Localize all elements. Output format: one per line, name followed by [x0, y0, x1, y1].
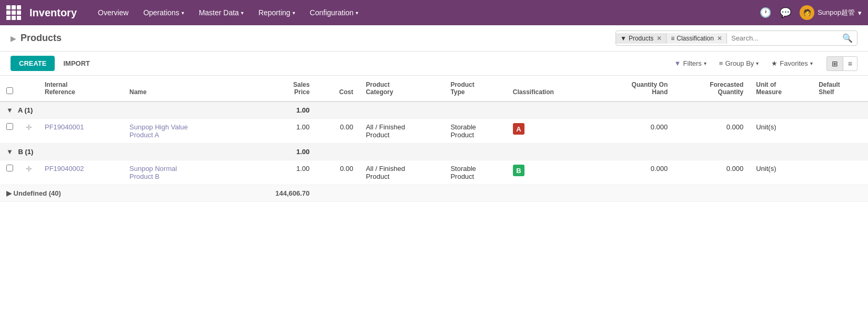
topnav-right-area: 🕐 💬 🧑 Sunpop超管 ▾: [760, 5, 862, 20]
group-sales-price-total: 1.00: [239, 144, 316, 160]
row-checkbox[interactable]: [6, 165, 13, 171]
th-forecasted-qty[interactable]: ForecastedQuantity: [674, 76, 750, 102]
filter-icon: ▼: [620, 35, 627, 42]
cell-cost: 0.00: [316, 160, 360, 185]
cell-forecasted-qty: 0.000: [674, 119, 750, 144]
table-row: ✛ PF19040001 Sunpop High ValueProduct A …: [0, 119, 868, 144]
chevron-down-icon: ▾: [858, 9, 862, 17]
user-menu[interactable]: 🧑 Sunpop超管 ▾: [800, 5, 862, 20]
row-checkbox[interactable]: [6, 123, 13, 130]
undefined-group-label: ▶ Undefined (40): [0, 185, 239, 202]
drag-handle-cell: ✛: [19, 160, 38, 185]
th-drag: [19, 76, 38, 102]
cell-product-category: All / FinishedProduct: [359, 119, 444, 144]
classification-badge: B: [513, 165, 524, 176]
avatar: 🧑: [800, 5, 814, 20]
create-button[interactable]: CREATE: [11, 56, 55, 71]
top-menu: Overview Operations ▾ Master Data ▾ Repo…: [92, 5, 751, 20]
menu-reporting[interactable]: Reporting ▾: [252, 5, 301, 20]
cell-name[interactable]: Sunpop NormalProduct B: [123, 160, 239, 185]
cell-default-shelf: [812, 160, 868, 185]
cell-default-shelf: [812, 119, 868, 144]
cell-qty-on-hand: 0.000: [594, 160, 674, 185]
cell-qty-on-hand: 0.000: [594, 119, 674, 144]
cell-name[interactable]: Sunpop High ValueProduct A: [123, 119, 239, 144]
search-bar: ▼ Products ✕ ≡ Classification ✕ 🔍: [615, 31, 857, 46]
th-classification[interactable]: Classification: [507, 76, 594, 102]
search-button[interactable]: 🔍: [838, 31, 857, 45]
app-grid-icon[interactable]: [6, 5, 21, 20]
cell-product-type: StorableProduct: [444, 160, 506, 185]
import-button[interactable]: IMPORT: [59, 56, 94, 71]
th-cost[interactable]: Cost: [316, 76, 360, 102]
page-title: Products: [21, 33, 62, 44]
th-default-shelf[interactable]: DefaultShelf: [812, 76, 868, 102]
classification-badge: A: [513, 123, 524, 135]
filter-tag-products: ▼ Products ✕: [616, 33, 667, 44]
table-group-row[interactable]: ▼ A (1) 1.00: [0, 102, 868, 119]
filter-products-label: Products: [629, 35, 653, 42]
filters-button[interactable]: ▼ Filters ▾: [669, 57, 712, 70]
table-row: ✛ PF19040002 Sunpop NormalProduct B 1.00…: [0, 160, 868, 185]
cell-internal-ref[interactable]: PF19040002: [38, 160, 123, 185]
menu-master-data[interactable]: Master Data ▾: [193, 5, 250, 20]
favorites-button[interactable]: ★ Favorites ▾: [766, 57, 817, 70]
cell-product-category: All / FinishedProduct: [359, 160, 444, 185]
username: Sunpop超管: [817, 8, 855, 17]
cell-forecasted-qty: 0.000: [674, 160, 750, 185]
app-brand: Inventory: [29, 7, 77, 19]
th-qty-on-hand[interactable]: Quantity OnHand: [594, 76, 674, 102]
group-toggle-icon[interactable]: ▼: [6, 148, 13, 156]
group-sales-price-total: 1.00: [239, 102, 316, 119]
cell-classification: A: [507, 119, 594, 144]
table-group-row[interactable]: ▼ B (1) 1.00: [0, 144, 868, 160]
chevron-down-icon: ▾: [704, 60, 706, 66]
chat-icon[interactable]: 💬: [780, 7, 791, 18]
cell-sales-price: 1.00: [239, 119, 316, 144]
table-body: ▼ A (1) 1.00 ✛ PF19040001 Sunpop High Va…: [0, 102, 868, 202]
view-toggle: ⊞ ≡: [826, 56, 857, 71]
filter-classification-close[interactable]: ✕: [717, 35, 722, 42]
clock-icon[interactable]: 🕐: [760, 7, 771, 18]
row-checkbox-cell: [0, 119, 19, 144]
filter-tag-classification: ≡ Classification ✕: [667, 33, 727, 44]
th-product-category[interactable]: ProductCategory: [359, 76, 444, 102]
groupby-icon: ≡: [719, 59, 723, 67]
cell-cost: 0.00: [316, 119, 360, 144]
undefined-group-total: 144,606.70: [239, 185, 316, 202]
drag-handle-icon[interactable]: ✛: [26, 123, 32, 131]
menu-operations[interactable]: Operations ▾: [137, 5, 190, 20]
cell-unit-of-measure: Unit(s): [750, 119, 812, 144]
filter-products-close[interactable]: ✕: [657, 35, 662, 42]
chevron-down-icon: ▾: [181, 10, 184, 16]
search-input[interactable]: [727, 32, 838, 44]
menu-configuration[interactable]: Configuration ▾: [304, 5, 365, 20]
drag-handle-icon[interactable]: ✛: [26, 165, 32, 173]
table-header-row: InternalReference Name SalesPrice Cost P…: [0, 76, 868, 102]
th-sales-price[interactable]: SalesPrice: [239, 76, 316, 102]
chevron-down-icon: ▾: [756, 60, 759, 66]
products-table: InternalReference Name SalesPrice Cost P…: [0, 76, 868, 202]
drag-handle-cell: ✛: [19, 119, 38, 144]
groupby-button[interactable]: ≡ Group By ▾: [714, 57, 764, 70]
th-name[interactable]: Name: [123, 76, 239, 102]
th-internal-reference[interactable]: InternalReference: [38, 76, 123, 102]
chevron-down-icon: ▾: [241, 10, 244, 16]
cell-internal-ref[interactable]: PF19040001: [38, 119, 123, 144]
th-select-all: [0, 76, 19, 102]
th-unit-of-measure[interactable]: Unit ofMeasure: [750, 76, 812, 102]
menu-overview[interactable]: Overview: [92, 5, 135, 20]
select-all-checkbox[interactable]: [6, 87, 13, 94]
th-product-type[interactable]: ProductType: [444, 76, 506, 102]
action-bar: CREATE IMPORT ▼ Filters ▾ ≡ Group By ▾ ★…: [0, 52, 868, 76]
table-undefined-group-row[interactable]: ▶ Undefined (40) 144,606.70: [0, 185, 868, 202]
group-icon: ≡: [671, 35, 674, 42]
group-toggle-icon[interactable]: ▼: [6, 106, 13, 114]
cell-unit-of-measure: Unit(s): [750, 160, 812, 185]
chevron-down-icon: ▾: [292, 10, 295, 16]
kanban-view-button[interactable]: ⊞: [826, 56, 843, 71]
chevron-down-icon: ▾: [356, 10, 358, 16]
breadcrumb-bar: ▶ Products ▼ Products ✕ ≡ Classification…: [0, 25, 868, 52]
list-view-button[interactable]: ≡: [843, 56, 857, 71]
chevron-down-icon: ▾: [810, 60, 813, 66]
